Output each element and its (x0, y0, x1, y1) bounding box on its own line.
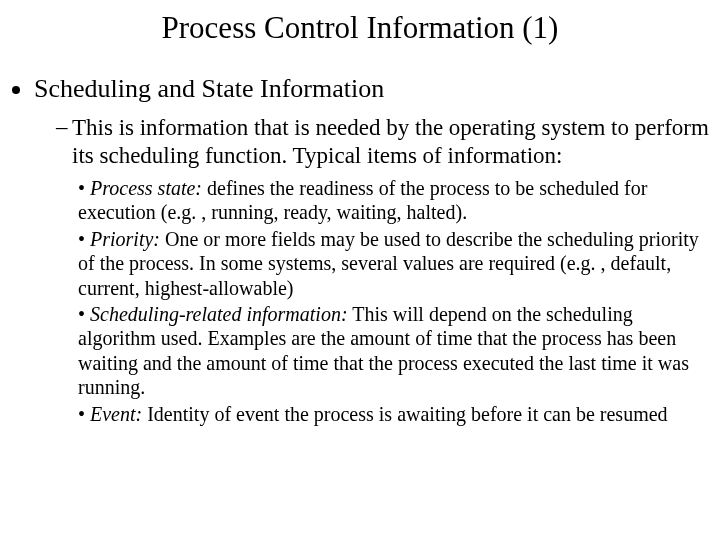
bullet-glyph: • (78, 403, 90, 425)
description: One or more fields may be used to descri… (78, 228, 699, 299)
sub-list-item: – This is information that is needed by … (56, 114, 710, 170)
section-heading: Scheduling and State Information (34, 74, 384, 103)
slide-title: Process Control Information (1) (0, 10, 720, 46)
bullet-glyph: • (78, 228, 90, 250)
term: Scheduling-related information: (90, 303, 348, 325)
sub-list: – This is information that is needed by … (34, 114, 710, 426)
term: Process state: (90, 177, 202, 199)
definition-item: • Priority: One or more fields may be us… (78, 227, 710, 300)
definition-list: • Process state: defines the readiness o… (56, 176, 710, 426)
definition-item: • Scheduling-related information: This w… (78, 302, 710, 400)
dash-bullet: – (56, 114, 72, 140)
definition-item: • Event: Identity of event the process i… (78, 402, 710, 426)
slide: Process Control Information (1) Scheduli… (0, 0, 720, 540)
definition-item: • Process state: defines the readiness o… (78, 176, 710, 225)
bullet-glyph: • (78, 303, 90, 325)
list-item: Scheduling and State Information – This … (34, 74, 710, 426)
term: Event: (90, 403, 142, 425)
bullet-list: Scheduling and State Information – This … (0, 74, 720, 426)
bullet-glyph: • (78, 177, 90, 199)
term: Priority: (90, 228, 160, 250)
intro-text: This is information that is needed by th… (72, 114, 710, 170)
description: Identity of event the process is awaitin… (142, 403, 667, 425)
